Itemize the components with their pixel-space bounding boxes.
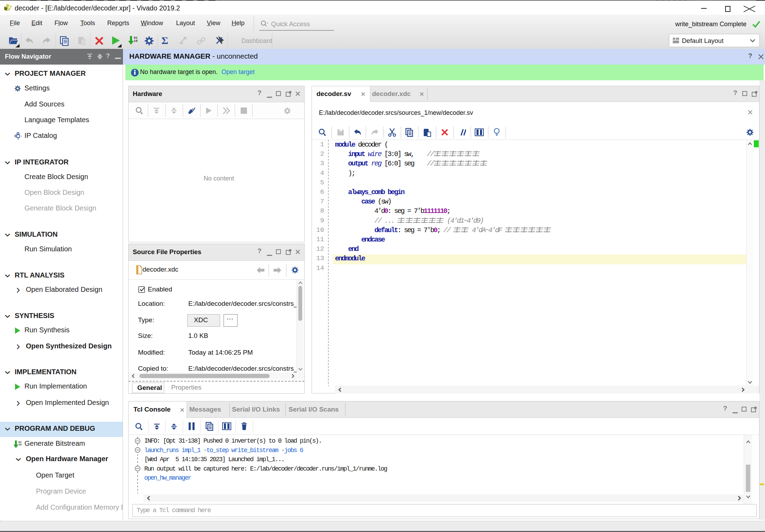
svg-text:10: 10 — [18, 443, 22, 446]
svg-text:01: 01 — [18, 441, 22, 444]
svg-text:10: 10 — [134, 39, 138, 43]
